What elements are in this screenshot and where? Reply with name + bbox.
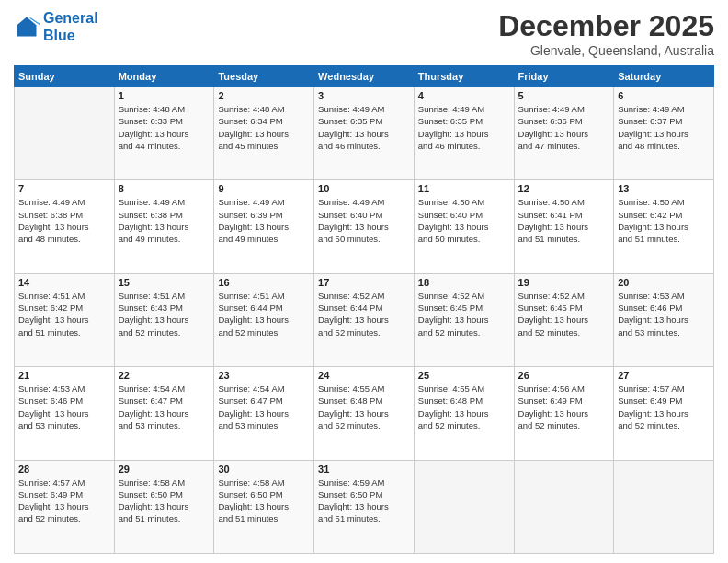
day-info: Sunrise: 4:49 AM Sunset: 6:40 PM Dayligh… [318, 196, 410, 245]
day-cell: 17Sunrise: 4:52 AM Sunset: 6:44 PM Dayli… [314, 273, 415, 366]
day-cell: 11Sunrise: 4:50 AM Sunset: 6:40 PM Dayli… [414, 180, 514, 273]
day-cell: 7Sunrise: 4:49 AM Sunset: 6:38 PM Daylig… [15, 180, 115, 273]
day-number: 7 [18, 183, 110, 194]
day-cell: 16Sunrise: 4:51 AM Sunset: 6:44 PM Dayli… [214, 273, 314, 366]
day-cell: 27Sunrise: 4:57 AM Sunset: 6:49 PM Dayli… [614, 367, 714, 460]
day-cell: 26Sunrise: 4:56 AM Sunset: 6:49 PM Dayli… [514, 367, 614, 460]
day-cell: 19Sunrise: 4:52 AM Sunset: 6:45 PM Dayli… [514, 273, 614, 366]
day-info: Sunrise: 4:48 AM Sunset: 6:34 PM Dayligh… [218, 103, 310, 152]
day-info: Sunrise: 4:50 AM Sunset: 6:40 PM Dayligh… [418, 196, 510, 245]
day-info: Sunrise: 4:49 AM Sunset: 6:38 PM Dayligh… [18, 196, 110, 245]
location: Glenvale, Queensland, Australia [498, 43, 714, 58]
day-cell: 9Sunrise: 4:49 AM Sunset: 6:39 PM Daylig… [214, 180, 314, 273]
day-info: Sunrise: 4:58 AM Sunset: 6:50 PM Dayligh… [218, 477, 310, 525]
day-number: 28 [18, 464, 110, 475]
day-info: Sunrise: 4:52 AM Sunset: 6:45 PM Dayligh… [518, 290, 610, 339]
logo-line1: General [43, 10, 98, 26]
calendar-body: 1Sunrise: 4:48 AM Sunset: 6:33 PM Daylig… [15, 87, 714, 554]
day-number: 12 [518, 183, 610, 194]
day-cell: 18Sunrise: 4:52 AM Sunset: 6:45 PM Dayli… [414, 273, 514, 366]
day-cell: 10Sunrise: 4:49 AM Sunset: 6:40 PM Dayli… [314, 180, 415, 273]
day-info: Sunrise: 4:49 AM Sunset: 6:36 PM Dayligh… [518, 103, 610, 152]
day-cell: 12Sunrise: 4:50 AM Sunset: 6:41 PM Dayli… [514, 180, 614, 273]
day-info: Sunrise: 4:53 AM Sunset: 6:46 PM Dayligh… [18, 383, 110, 431]
header-cell-tuesday: Tuesday [214, 66, 314, 87]
week-row-1: 1Sunrise: 4:48 AM Sunset: 6:33 PM Daylig… [15, 87, 714, 180]
header-cell-friday: Friday [514, 66, 614, 87]
day-cell: 8Sunrise: 4:49 AM Sunset: 6:38 PM Daylig… [114, 180, 214, 273]
day-number: 1 [119, 90, 210, 101]
day-cell [514, 460, 614, 553]
day-number: 5 [518, 90, 610, 101]
day-number: 18 [418, 277, 510, 288]
day-number: 13 [618, 183, 710, 194]
day-cell: 2Sunrise: 4:48 AM Sunset: 6:34 PM Daylig… [214, 87, 314, 180]
day-cell: 15Sunrise: 4:51 AM Sunset: 6:43 PM Dayli… [114, 273, 214, 366]
day-number: 20 [618, 277, 710, 288]
day-number: 22 [119, 370, 210, 381]
day-info: Sunrise: 4:58 AM Sunset: 6:50 PM Dayligh… [119, 477, 210, 525]
day-info: Sunrise: 4:52 AM Sunset: 6:44 PM Dayligh… [318, 290, 410, 339]
day-cell: 22Sunrise: 4:54 AM Sunset: 6:47 PM Dayli… [114, 367, 214, 460]
header-cell-wednesday: Wednesday [314, 66, 415, 87]
day-number: 15 [119, 277, 210, 288]
day-info: Sunrise: 4:49 AM Sunset: 6:39 PM Dayligh… [218, 196, 310, 245]
day-number: 9 [218, 183, 310, 194]
day-cell: 14Sunrise: 4:51 AM Sunset: 6:42 PM Dayli… [15, 273, 115, 366]
day-cell: 24Sunrise: 4:55 AM Sunset: 6:48 PM Dayli… [314, 367, 415, 460]
day-number: 14 [18, 277, 110, 288]
day-info: Sunrise: 4:56 AM Sunset: 6:49 PM Dayligh… [518, 383, 610, 431]
day-number: 4 [418, 90, 510, 101]
calendar: SundayMondayTuesdayWednesdayThursdayFrid… [14, 65, 714, 554]
day-cell: 13Sunrise: 4:50 AM Sunset: 6:42 PM Dayli… [614, 180, 714, 273]
day-number: 29 [119, 464, 210, 475]
day-info: Sunrise: 4:50 AM Sunset: 6:42 PM Dayligh… [618, 196, 710, 245]
day-number: 30 [218, 464, 310, 475]
day-cell: 6Sunrise: 4:49 AM Sunset: 6:37 PM Daylig… [614, 87, 714, 180]
day-cell: 3Sunrise: 4:49 AM Sunset: 6:35 PM Daylig… [314, 87, 415, 180]
day-info: Sunrise: 4:55 AM Sunset: 6:48 PM Dayligh… [318, 383, 410, 431]
header: General Blue December 2025 Glenvale, Que… [14, 9, 714, 58]
day-number: 11 [418, 183, 510, 194]
day-info: Sunrise: 4:49 AM Sunset: 6:35 PM Dayligh… [418, 103, 510, 152]
day-info: Sunrise: 4:49 AM Sunset: 6:35 PM Dayligh… [318, 103, 410, 152]
day-info: Sunrise: 4:50 AM Sunset: 6:41 PM Dayligh… [518, 196, 610, 245]
day-number: 23 [218, 370, 310, 381]
day-cell: 5Sunrise: 4:49 AM Sunset: 6:36 PM Daylig… [514, 87, 614, 180]
day-cell [614, 460, 714, 553]
day-cell: 1Sunrise: 4:48 AM Sunset: 6:33 PM Daylig… [114, 87, 214, 180]
logo-icon [14, 14, 40, 40]
day-info: Sunrise: 4:49 AM Sunset: 6:38 PM Dayligh… [119, 196, 210, 245]
day-number: 19 [518, 277, 610, 288]
header-cell-thursday: Thursday [414, 66, 514, 87]
week-row-5: 28Sunrise: 4:57 AM Sunset: 6:49 PM Dayli… [15, 460, 714, 553]
week-row-3: 14Sunrise: 4:51 AM Sunset: 6:42 PM Dayli… [15, 273, 714, 366]
day-number: 17 [318, 277, 410, 288]
day-info: Sunrise: 4:57 AM Sunset: 6:49 PM Dayligh… [18, 477, 110, 525]
day-cell: 28Sunrise: 4:57 AM Sunset: 6:49 PM Dayli… [15, 460, 115, 553]
day-number: 2 [218, 90, 310, 101]
day-info: Sunrise: 4:52 AM Sunset: 6:45 PM Dayligh… [418, 290, 510, 339]
day-number: 24 [318, 370, 410, 381]
header-cell-sunday: Sunday [15, 66, 115, 87]
day-info: Sunrise: 4:59 AM Sunset: 6:50 PM Dayligh… [318, 477, 410, 525]
day-info: Sunrise: 4:48 AM Sunset: 6:33 PM Dayligh… [119, 103, 210, 152]
day-number: 10 [318, 183, 410, 194]
day-cell: 20Sunrise: 4:53 AM Sunset: 6:46 PM Dayli… [614, 273, 714, 366]
week-row-2: 7Sunrise: 4:49 AM Sunset: 6:38 PM Daylig… [15, 180, 714, 273]
day-cell: 25Sunrise: 4:55 AM Sunset: 6:48 PM Dayli… [414, 367, 514, 460]
day-number: 3 [318, 90, 410, 101]
day-number: 27 [618, 370, 710, 381]
day-info: Sunrise: 4:51 AM Sunset: 6:42 PM Dayligh… [18, 290, 110, 339]
logo-text: General Blue [43, 9, 98, 44]
day-number: 21 [18, 370, 110, 381]
logo: General Blue [14, 9, 98, 44]
title-block: December 2025 Glenvale, Queensland, Aust… [498, 9, 714, 58]
day-cell: 4Sunrise: 4:49 AM Sunset: 6:35 PM Daylig… [414, 87, 514, 180]
calendar-header: SundayMondayTuesdayWednesdayThursdayFrid… [15, 66, 714, 87]
day-cell [414, 460, 514, 553]
logo-line2: Blue [43, 28, 75, 43]
day-number: 6 [618, 90, 710, 101]
header-cell-saturday: Saturday [614, 66, 714, 87]
week-row-4: 21Sunrise: 4:53 AM Sunset: 6:46 PM Dayli… [15, 367, 714, 460]
